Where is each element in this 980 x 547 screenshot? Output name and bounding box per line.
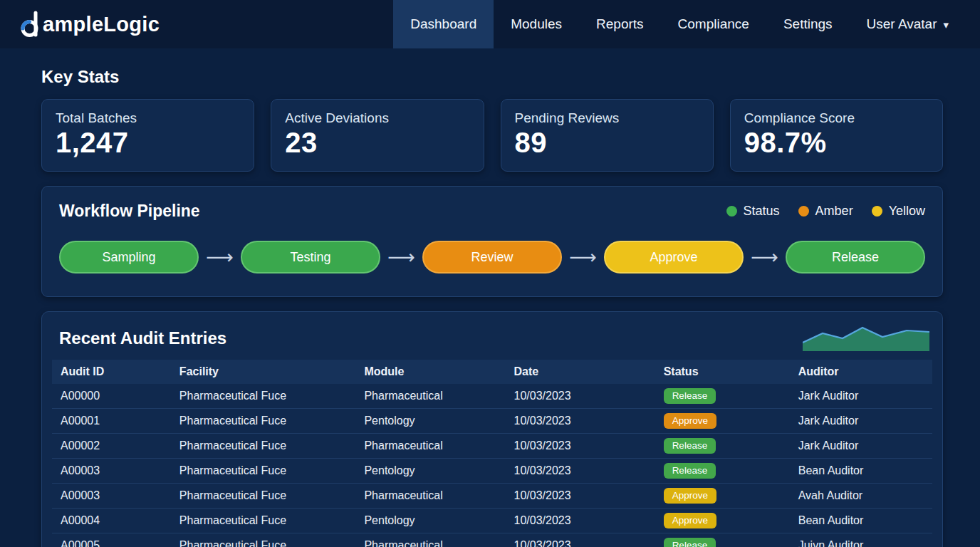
column-header-audit-id[interactable]: Audit ID bbox=[52, 360, 171, 384]
audit-trend-sparkline bbox=[803, 321, 929, 354]
status-badge: Release bbox=[664, 538, 716, 547]
legend-label: Status bbox=[744, 204, 780, 219]
nav-item-reports[interactable]: Reports bbox=[579, 0, 661, 48]
nav-item-compliance[interactable]: Compliance bbox=[661, 0, 766, 48]
cell-status: Release bbox=[655, 384, 790, 409]
stat-card-pending-reviews: Pending Reviews 89 bbox=[501, 99, 714, 172]
pipeline-stages: Sampling ⟶ Testing ⟶ Review ⟶ Approve ⟶ … bbox=[59, 241, 925, 274]
stage-testing[interactable]: Testing bbox=[241, 241, 380, 274]
cell-date: 10/03/2023 bbox=[506, 409, 655, 434]
nav-item-settings[interactable]: Settings bbox=[766, 0, 850, 48]
status-badge: Approve bbox=[664, 413, 716, 429]
workflow-pipeline-card: Workflow Pipeline Status Amber Yellow Sa… bbox=[41, 186, 943, 297]
nav-item-dashboard[interactable]: Dashboard bbox=[393, 0, 494, 48]
status-badge: Approve bbox=[664, 513, 716, 528]
cell-date: 10/03/2023 bbox=[506, 459, 655, 484]
cell-auditor: Juivn Auditor bbox=[790, 533, 932, 547]
top-navbar: ampleLogic Dashboard Modules Reports Com… bbox=[0, 0, 980, 48]
stat-card-active-deviations: Active Deviations 23 bbox=[271, 99, 484, 172]
audit-table-header: Audit ID Facility Module Date Status Aud… bbox=[52, 360, 932, 384]
cell-date: 10/03/2023 bbox=[506, 509, 655, 533]
stat-value: 89 bbox=[515, 127, 699, 159]
stat-card-compliance-score: Compliance Score 98.7% bbox=[730, 99, 943, 172]
amber-dot-icon bbox=[798, 206, 809, 217]
cell-auditor: Jark Auditor bbox=[790, 434, 932, 459]
column-header-status[interactable]: Status bbox=[655, 360, 790, 384]
legend-item-yellow: Yellow bbox=[872, 204, 925, 219]
cell-auditor: Avah Auditor bbox=[790, 484, 932, 509]
arrow-right-icon: ⟶ bbox=[206, 246, 234, 269]
main-nav: Dashboard Modules Reports Compliance Set… bbox=[393, 0, 966, 48]
cell-audit-id: A00003 bbox=[52, 459, 171, 484]
yellow-dot-icon bbox=[872, 206, 882, 217]
recent-audit-entries-card: Recent Audit Entries Audit ID Facility M… bbox=[41, 311, 943, 547]
stat-label: Compliance Score bbox=[744, 110, 929, 126]
stat-label: Active Deviations bbox=[285, 110, 469, 126]
cell-facility: Pharmaceutical Fuce bbox=[171, 434, 356, 459]
table-row: A00005 Pharmaceutical Fuce Pharmaceutica… bbox=[52, 533, 932, 547]
stage-release[interactable]: Release bbox=[786, 241, 925, 274]
table-row: A00003 Pharmaceutical Fuce Pharmaceutica… bbox=[52, 484, 932, 509]
legend-label: Amber bbox=[815, 204, 853, 219]
cell-facility: Pharmaceutical Fuce bbox=[171, 459, 356, 484]
cell-status: Release bbox=[655, 459, 790, 484]
stat-value: 23 bbox=[285, 127, 469, 159]
cell-auditor: Bean Auditor bbox=[790, 459, 932, 484]
column-header-date[interactable]: Date bbox=[506, 360, 655, 384]
user-avatar-label: User Avatar bbox=[867, 16, 937, 32]
cell-audit-id: A00002 bbox=[52, 434, 171, 459]
cell-audit-id: A00001 bbox=[52, 409, 171, 434]
cell-date: 10/03/2023 bbox=[506, 484, 655, 509]
column-header-auditor[interactable]: Auditor bbox=[790, 360, 932, 384]
cell-audit-id: A00005 bbox=[52, 533, 171, 547]
cell-module: Pharmaceutical bbox=[355, 484, 505, 509]
nav-item-modules[interactable]: Modules bbox=[494, 0, 579, 48]
arrow-right-icon: ⟶ bbox=[751, 246, 778, 269]
cell-facility: Pharmaceutical Fuce bbox=[171, 484, 356, 509]
stage-approve[interactable]: Approve bbox=[604, 241, 744, 274]
stage-sampling[interactable]: Sampling bbox=[59, 241, 199, 274]
cell-audit-id: A00004 bbox=[52, 509, 171, 533]
user-avatar-menu[interactable]: User Avatar ▾ bbox=[850, 0, 966, 48]
green-dot-icon bbox=[726, 206, 737, 217]
stat-value: 1,247 bbox=[56, 127, 240, 159]
cell-status: Approve bbox=[655, 484, 790, 509]
stat-label: Total Batches bbox=[56, 110, 240, 126]
cell-auditor: Bean Auditor bbox=[790, 509, 932, 533]
chevron-down-icon: ▾ bbox=[943, 19, 949, 31]
brand-logo[interactable]: ampleLogic bbox=[20, 10, 160, 38]
workflow-pipeline-title: Workflow Pipeline bbox=[59, 202, 200, 221]
table-row: A00003 Pharmaceutical Fuce Pentology 10/… bbox=[52, 459, 932, 484]
cell-facility: Pharmaceutical Fuce bbox=[171, 384, 356, 409]
legend-item-amber: Amber bbox=[798, 204, 853, 219]
cell-status: Release bbox=[655, 434, 790, 459]
table-row: A00000 Pharmaceutical Fuce Pharmaceutica… bbox=[52, 384, 932, 409]
stat-value: 98.7% bbox=[744, 127, 929, 159]
column-header-module[interactable]: Module bbox=[355, 360, 505, 384]
cell-module: Pentology bbox=[355, 509, 505, 533]
table-row: A00002 Pharmaceutical Fuce Pharmaceutica… bbox=[52, 434, 932, 459]
cell-status: Release bbox=[655, 533, 790, 547]
arrow-right-icon: ⟶ bbox=[569, 246, 597, 269]
stage-review[interactable]: Review bbox=[422, 241, 562, 274]
brand-name: ampleLogic bbox=[43, 13, 160, 36]
cell-facility: Pharmaceutical Fuce bbox=[171, 509, 356, 533]
cell-status: Approve bbox=[655, 409, 790, 434]
cell-auditor: Jark Auditor bbox=[790, 384, 932, 409]
status-badge: Release bbox=[664, 438, 716, 454]
legend-label: Yellow bbox=[889, 204, 925, 219]
table-row: A00004 Pharmaceutical Fuce Pentology 10/… bbox=[52, 509, 932, 533]
cell-module: Pentology bbox=[355, 409, 505, 434]
column-header-facility[interactable]: Facility bbox=[171, 360, 356, 384]
cell-date: 10/03/2023 bbox=[506, 434, 655, 459]
cell-date: 10/03/2023 bbox=[506, 384, 655, 409]
arrow-right-icon: ⟶ bbox=[387, 246, 415, 269]
status-badge: Release bbox=[664, 388, 716, 404]
cell-module: Pharmaceutical bbox=[355, 434, 505, 459]
audit-table: Audit ID Facility Module Date Status Aud… bbox=[52, 360, 932, 547]
table-row: A00001 Pharmaceutical Fuce Pentology 10/… bbox=[52, 409, 932, 434]
cell-module: Pentology bbox=[355, 459, 505, 484]
status-badge: Release bbox=[664, 463, 716, 479]
pipeline-legend: Status Amber Yellow bbox=[726, 204, 925, 219]
recent-audit-entries-title: Recent Audit Entries bbox=[59, 328, 932, 348]
